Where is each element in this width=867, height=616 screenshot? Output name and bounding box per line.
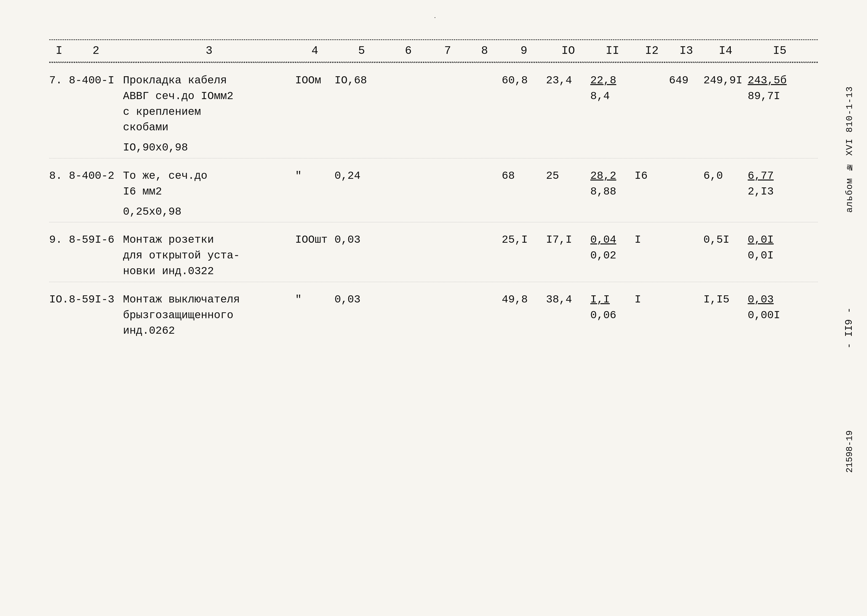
row-code-10: 8-59I-3 bbox=[69, 292, 123, 308]
row-code-7: 8-400-I bbox=[69, 73, 123, 88]
row-col15-10: 0,03 0,00I bbox=[748, 292, 812, 324]
row-col10-8: 25 bbox=[546, 168, 590, 184]
row-col11-9: 0,04 0,02 bbox=[590, 232, 634, 264]
col-header-3: 3 bbox=[123, 44, 295, 57]
row-num-10: IO. bbox=[49, 292, 69, 308]
row-desc-8: То же, сеч.до I6 мм2 0,25x0,98 bbox=[123, 168, 295, 220]
row-col5-9: 0,03 bbox=[335, 232, 389, 248]
col-header-13: I3 bbox=[669, 44, 703, 57]
row-col14-9: 0,5I bbox=[703, 232, 748, 248]
row-col4-9: IOOшт bbox=[295, 232, 335, 248]
table-row: 7. 8-400-I Прокладка кабеля АВВГ сеч.до … bbox=[49, 63, 818, 159]
col-header-10: IO bbox=[546, 44, 590, 57]
col-header-7: 7 bbox=[428, 44, 467, 57]
row-col14-7: 249,9I bbox=[703, 73, 748, 88]
row-col10-9: I7,I bbox=[546, 232, 590, 248]
col-header-2: 2 bbox=[69, 44, 123, 57]
row-desc-7: Прокладка кабеля АВВГ сеч.до IОмм2 с кре… bbox=[123, 73, 295, 156]
column-headers: I 2 3 4 5 6 7 8 9 IO II I2 I3 I4 I5 bbox=[49, 39, 818, 63]
row-num-9: 9. bbox=[49, 232, 69, 248]
col-header-15: I5 bbox=[748, 44, 812, 57]
side-annotation-3: 21598-19 bbox=[845, 431, 855, 473]
col-header-14: I4 bbox=[703, 44, 748, 57]
page: · I 2 3 4 5 6 7 8 9 IO II I2 I3 I4 I5 7.… bbox=[0, 0, 867, 616]
row-col12-8: I6 bbox=[634, 168, 669, 184]
header-separator bbox=[49, 63, 818, 63]
row-col12-10: I bbox=[634, 292, 669, 308]
row-col5-7: IO,68 bbox=[335, 73, 389, 88]
col-header-11: II bbox=[590, 44, 634, 57]
row-col5-8: 0,24 bbox=[335, 168, 389, 184]
table-row: IO. 8-59I-3 Монтаж выключателя брызгозащ… bbox=[49, 282, 818, 341]
row-col5-10: 0,03 bbox=[335, 292, 389, 308]
table-body: 7. 8-400-I Прокладка кабеля АВВГ сеч.до … bbox=[49, 63, 818, 341]
row-col14-8: 6,0 bbox=[703, 168, 748, 184]
side-annotation-1: альбом № XVI 810-1-13 bbox=[845, 86, 855, 213]
col-header-6: 6 bbox=[389, 44, 428, 57]
side-annotation-2: - II9 - bbox=[843, 307, 855, 349]
row-col4-8: " bbox=[295, 168, 335, 184]
row-col11-10: I,I 0,06 bbox=[590, 292, 634, 324]
row-col10-7: 23,4 bbox=[546, 73, 590, 88]
row-desc-9: Монтаж розетки для открытой уста- новки … bbox=[123, 232, 295, 279]
top-decoration: · bbox=[434, 15, 437, 20]
row-num-7: 7. bbox=[49, 73, 69, 88]
row-num-8: 8. bbox=[49, 168, 69, 184]
col-header-4: 4 bbox=[295, 44, 335, 57]
row-col12-9: I bbox=[634, 232, 669, 248]
row-code-9: 8-59I-6 bbox=[69, 232, 123, 248]
col-header-1: I bbox=[49, 44, 69, 57]
col-header-8: 8 bbox=[467, 44, 502, 57]
row-code-8: 8-400-2 bbox=[69, 168, 123, 184]
row-col9-8: 68 bbox=[502, 168, 546, 184]
row-col15-8: 6,77 2,I3 bbox=[748, 168, 812, 200]
row-col11-8: 28,2 8,88 bbox=[590, 168, 634, 200]
row-col10-10: 38,4 bbox=[546, 292, 590, 308]
row-col9-10: 49,8 bbox=[502, 292, 546, 308]
row-col15-9: 0,0I 0,0I bbox=[748, 232, 812, 264]
row-col4-7: IOOм bbox=[295, 73, 335, 88]
table-row: 8. 8-400-2 То же, сеч.до I6 мм2 0,25x0,9… bbox=[49, 159, 818, 222]
col-header-5: 5 bbox=[335, 44, 389, 57]
col-header-12: I2 bbox=[634, 44, 669, 57]
row-col4-10: " bbox=[295, 292, 335, 308]
row-col14-10: I,I5 bbox=[703, 292, 748, 308]
row-col9-7: 60,8 bbox=[502, 73, 546, 88]
table-header: I 2 3 4 5 6 7 8 9 IO II I2 I3 I4 I5 bbox=[49, 39, 818, 63]
row-col9-9: 25,I bbox=[502, 232, 546, 248]
row-col11-7: 22,8 8,4 bbox=[590, 73, 634, 104]
row-col13-7: 649 bbox=[669, 73, 703, 88]
row-col15-7: 243,5б 89,7I bbox=[748, 73, 812, 104]
table-row: 9. 8-59I-6 Монтаж розетки для открытой у… bbox=[49, 222, 818, 282]
col-header-9: 9 bbox=[502, 44, 546, 57]
row-desc-10: Монтаж выключателя брызгозащищенного инд… bbox=[123, 292, 295, 339]
